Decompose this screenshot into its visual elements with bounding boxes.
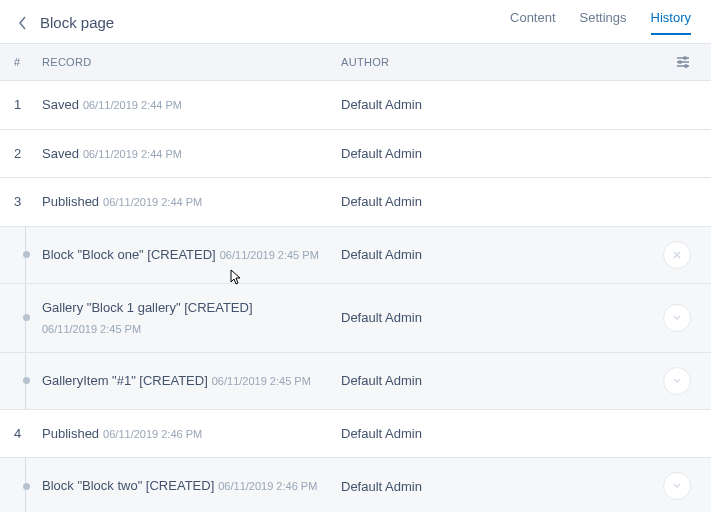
tabs: Content Settings History	[510, 10, 691, 35]
record-title: Published	[42, 192, 99, 212]
record-timestamp: 06/11/2019 2:45 PM	[220, 247, 319, 264]
table-row[interactable]: GalleryItem "#1" [CREATED] 06/11/2019 2:…	[0, 353, 711, 410]
header-left: Block page	[14, 14, 114, 32]
record-timestamp: 06/11/2019 2:45 PM	[42, 321, 141, 338]
svg-point-5	[685, 65, 687, 67]
table-row[interactable]: 3 Published 06/11/2019 2:44 PM Default A…	[0, 178, 711, 227]
record-author: Default Admin	[341, 479, 651, 494]
record-title: Block "Block two" [CREATED]	[42, 476, 214, 496]
table-row[interactable]: Block "Block one" [CREATED] 06/11/2019 2…	[0, 227, 711, 284]
record-timestamp: 06/11/2019 2:44 PM	[103, 194, 202, 211]
table-header: # RECORD AUTHOR	[0, 43, 711, 81]
table-row[interactable]: 4 Published 06/11/2019 2:46 PM Default A…	[0, 410, 711, 459]
col-header-author: AUTHOR	[341, 56, 651, 68]
timeline-node-icon	[14, 377, 38, 384]
record-title: Saved	[42, 95, 79, 115]
record-author: Default Admin	[341, 247, 651, 262]
record-title: GalleryItem "#1" [CREATED]	[42, 371, 208, 391]
table-row[interactable]: Gallery "Block 1 gallery" [CREATED] 06/1…	[0, 284, 711, 353]
table-row[interactable]: Block "Block two" [CREATED] 06/11/2019 2…	[0, 458, 711, 512]
row-number: 3	[14, 194, 38, 209]
record-title: Block "Block one" [CREATED]	[42, 245, 216, 265]
row-number: 2	[14, 146, 38, 161]
record-title: Gallery "Block 1 gallery" [CREATED]	[42, 298, 253, 318]
svg-point-1	[684, 57, 686, 59]
record-author: Default Admin	[341, 373, 651, 388]
record-title: Published	[42, 424, 99, 444]
col-header-num: #	[14, 56, 38, 68]
tab-settings[interactable]: Settings	[580, 10, 627, 35]
record-timestamp: 06/11/2019 2:44 PM	[83, 97, 182, 114]
chevron-down-icon[interactable]	[663, 472, 691, 500]
close-icon[interactable]	[663, 241, 691, 269]
chevron-down-icon[interactable]	[663, 304, 691, 332]
record-author: Default Admin	[341, 146, 651, 161]
table-row[interactable]: 1 Saved 06/11/2019 2:44 PM Default Admin	[0, 81, 711, 130]
record-timestamp: 06/11/2019 2:44 PM	[83, 146, 182, 163]
page-header: Block page Content Settings History	[0, 0, 711, 43]
timeline-node-icon	[14, 314, 38, 321]
record-author: Default Admin	[341, 97, 651, 112]
record-author: Default Admin	[341, 194, 651, 209]
svg-point-3	[679, 61, 681, 63]
row-number: 1	[14, 97, 38, 112]
timeline-node-icon	[14, 483, 38, 490]
record-timestamp: 06/11/2019 2:45 PM	[212, 373, 311, 390]
history-rows: 1 Saved 06/11/2019 2:44 PM Default Admin…	[0, 81, 711, 512]
record-author: Default Admin	[341, 310, 651, 325]
table-row[interactable]: 2 Saved 06/11/2019 2:44 PM Default Admin	[0, 130, 711, 179]
back-icon[interactable]	[14, 14, 32, 32]
tab-content[interactable]: Content	[510, 10, 556, 35]
row-number: 4	[14, 426, 38, 441]
col-header-record: RECORD	[38, 56, 341, 68]
page-title: Block page	[40, 14, 114, 31]
chevron-down-icon[interactable]	[663, 367, 691, 395]
record-title: Saved	[42, 144, 79, 164]
filter-icon[interactable]	[675, 54, 691, 70]
timeline-node-icon	[14, 251, 38, 258]
record-author: Default Admin	[341, 426, 651, 441]
tab-history[interactable]: History	[651, 10, 691, 35]
record-timestamp: 06/11/2019 2:46 PM	[103, 426, 202, 443]
record-timestamp: 06/11/2019 2:46 PM	[218, 478, 317, 495]
